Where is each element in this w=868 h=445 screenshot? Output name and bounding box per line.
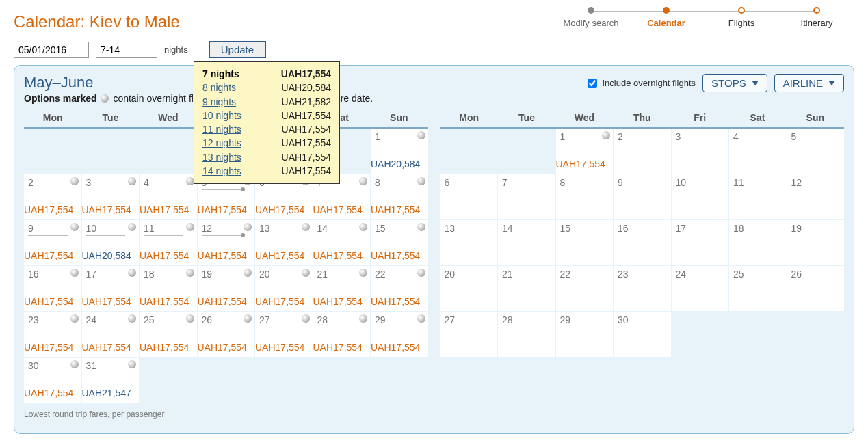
tooltip-row[interactable]: 14 nightsUAH17,554 [202, 164, 331, 178]
overnight-icon [186, 269, 194, 277]
nights-input[interactable] [96, 42, 157, 58]
update-button[interactable]: Update [209, 41, 266, 58]
day-price: UAH17,554 [255, 204, 304, 215]
tooltip-row[interactable]: 13 nightsUAH17,554 [202, 150, 331, 164]
calendar-day[interactable]: 14UAH17,554 [313, 220, 371, 265]
calendar-day[interactable]: 23UAH17,554 [24, 312, 81, 357]
overnight-icon [70, 269, 79, 277]
calendar-day: 22 [556, 266, 614, 311]
calendar-day[interactable]: 1UAH20,584 [371, 129, 428, 174]
step-dot-icon [738, 7, 745, 14]
nights-price-tooltip: 7 nightsUAH17,5548 nightsUAH20,5849 nigh… [194, 61, 340, 184]
day-price: UAH17,554 [556, 159, 605, 170]
airline-filter-button[interactable]: AIRLINE [774, 74, 844, 92]
day-number: 6 [445, 177, 495, 188]
calendar-day[interactable]: 25UAH17,554 [140, 312, 197, 357]
calendar-day: 15 [556, 220, 614, 265]
calendar-day: 5 [787, 129, 845, 174]
overnight-icon [128, 360, 136, 368]
calendar-day[interactable]: 31UAH21,547 [82, 358, 140, 403]
weekday-header: Mon [24, 109, 81, 127]
calendar-day[interactable]: 3UAH17,554 [82, 174, 140, 219]
overnight-icon [186, 223, 194, 231]
calendar-day[interactable]: 28UAH17,554 [313, 312, 371, 357]
include-overnight-checkbox[interactable] [588, 79, 597, 88]
calendar-day[interactable]: 20UAH17,554 [255, 266, 313, 311]
calendar-day: 30 [614, 312, 671, 357]
chevron-down-icon [828, 81, 835, 85]
tooltip-row[interactable]: 10 nightsUAH17,554 [202, 109, 331, 122]
calendar-day: 26 [787, 266, 845, 311]
day-price: UAH20,584 [82, 250, 131, 261]
calendar-day: 23 [614, 266, 671, 311]
day-number: 14 [502, 223, 553, 234]
day-number: 4 [733, 131, 784, 142]
day-number: 13 [445, 223, 495, 234]
calendar-day[interactable]: 24UAH17,554 [82, 312, 140, 357]
day-price: UAH20,584 [371, 159, 420, 170]
step-modify-search[interactable]: Modify search [553, 7, 629, 28]
calendar-day[interactable]: 9UAH17,554 [24, 220, 81, 265]
overnight-icon [244, 269, 252, 277]
day-number: 8 [560, 177, 611, 188]
include-overnight-label: Include overnight flights [602, 78, 696, 88]
calendar-day[interactable]: 2UAH17,554 [24, 174, 81, 219]
calendar-day: 29 [556, 312, 614, 357]
tooltip-nights: 8 nights [202, 81, 236, 94]
tooltip-nights: 9 nights [202, 95, 236, 109]
day-number: 12 [791, 177, 842, 188]
calendar-day[interactable]: 4UAH17,554 [140, 174, 197, 219]
day-price: UAH17,554 [313, 250, 363, 261]
tooltip-price: UAH17,554 [282, 150, 331, 164]
step-label: Itinerary [801, 18, 833, 28]
stops-label: STOPS [711, 77, 746, 89]
tooltip-price: UAH17,554 [282, 164, 331, 178]
step-calendar[interactable]: Calendar [629, 7, 704, 28]
stops-filter-button[interactable]: STOPS [702, 74, 767, 92]
chevron-down-icon [752, 81, 759, 85]
weekday-header: Wed [555, 109, 613, 127]
selection-line [202, 235, 241, 236]
tooltip-row[interactable]: 12 nightsUAH17,554 [202, 136, 331, 150]
calendar-day: 7 [498, 174, 555, 219]
calendar-day[interactable]: 10UAH20,584 [82, 220, 140, 265]
calendar-day: 19 [787, 220, 845, 265]
calendar-day: 8 [556, 174, 614, 219]
tooltip-row[interactable]: 9 nightsUAH21,582 [202, 95, 331, 109]
tooltip-row[interactable]: 11 nightsUAH17,554 [202, 122, 331, 136]
include-overnight-toggle[interactable]: Include overnight flights [585, 77, 696, 90]
calendar-day[interactable]: 8UAH17,554 [371, 174, 428, 219]
day-number: 21 [502, 269, 553, 280]
day-number: 25 [733, 269, 784, 280]
tooltip-price: UAH17,554 [282, 136, 331, 150]
calendar-day[interactable]: 21UAH17,554 [313, 266, 371, 311]
nights-label: nights [164, 44, 188, 55]
overnight-icon [417, 314, 425, 323]
step-link[interactable]: Modify search [564, 18, 619, 28]
day-number: 15 [560, 223, 611, 234]
calendar-day[interactable]: 11UAH17,554 [140, 220, 197, 265]
search-controls: nights Update [14, 41, 854, 58]
calendar-day[interactable]: 29UAH17,554 [371, 312, 428, 357]
progress-steps: Modify searchCalendarFlightsItinerary [553, 7, 854, 28]
calendar-day[interactable]: 30UAH17,554 [24, 358, 81, 403]
calendar-day[interactable]: 12UAH17,554 [198, 220, 255, 265]
step-itinerary: Itinerary [779, 7, 854, 28]
calendar-day[interactable]: 13UAH17,554 [255, 220, 313, 265]
calendar-day[interactable]: 18UAH17,554 [140, 266, 197, 311]
calendar-panel: May–June Options marked contain overnigh… [14, 65, 854, 434]
calendar-day[interactable]: 19UAH17,554 [198, 266, 255, 311]
calendar-blank [140, 129, 197, 174]
calendar-day[interactable]: 27UAH17,554 [255, 312, 313, 357]
calendar-day: 20 [440, 266, 498, 311]
calendar-day[interactable]: 17UAH17,554 [82, 266, 140, 311]
overnight-icon [602, 131, 610, 139]
date-input[interactable] [14, 42, 89, 58]
calendar-day[interactable]: 26UAH17,554 [198, 312, 255, 357]
calendar-day[interactable]: 15UAH17,554 [371, 220, 428, 265]
tooltip-row[interactable]: 8 nightsUAH20,584 [202, 81, 331, 94]
calendar-day[interactable]: 16UAH17,554 [24, 266, 81, 311]
calendar-blank [498, 129, 555, 174]
calendar-day[interactable]: 22UAH17,554 [371, 266, 428, 311]
calendar-day[interactable]: 1UAH17,554 [556, 129, 614, 174]
